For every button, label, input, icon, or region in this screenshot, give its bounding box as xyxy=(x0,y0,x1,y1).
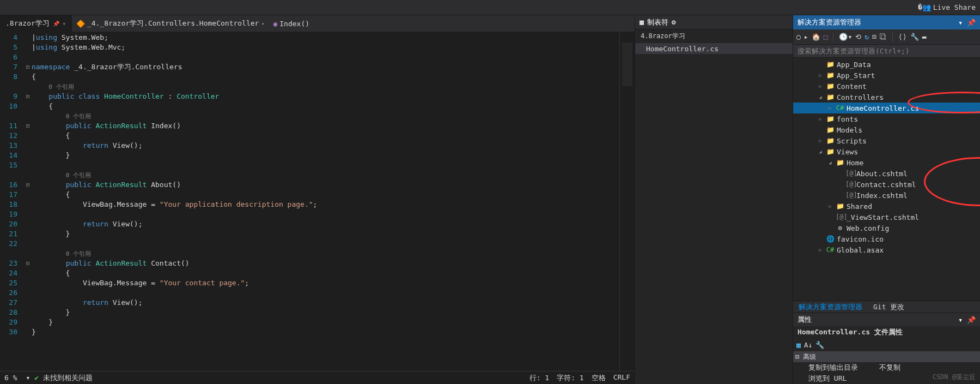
check-icon: ✔ xyxy=(34,374,39,382)
sol-tab-explorer[interactable]: 解决方案资源管理器 xyxy=(793,301,868,313)
tabs-panel: ▦ 制表符 4.8razor学习 HomeController.cs xyxy=(635,15,793,384)
status-enc[interactable]: CRLF xyxy=(613,373,630,383)
class-icon: 🔶 xyxy=(76,20,85,28)
sync-icon[interactable]: 🕒▾ xyxy=(839,33,852,41)
status-issues[interactable]: 未找到相关问题 xyxy=(43,373,93,383)
dropdown-icon[interactable]: ▾ xyxy=(261,21,264,27)
sol-tab-git[interactable]: Git 更改 xyxy=(868,301,910,313)
props-sub-label: HomeController.cs 文件属性 xyxy=(798,327,903,337)
props-key: 浏览到 URL xyxy=(808,374,879,383)
tree-item[interactable]: [@]Contact.cshtml xyxy=(793,179,980,190)
breadcrumb-class[interactable]: 🔶 _4._8razor学习.Controllers.HomeControlle… xyxy=(72,19,269,28)
props-header: 属性 ▾ 📌 xyxy=(793,313,980,326)
minimap[interactable] xyxy=(619,32,635,371)
tree-item[interactable]: [@]About.cshtml xyxy=(793,168,980,179)
collapse-icon[interactable]: ⟲ xyxy=(855,33,861,41)
tree-item[interactable]: ▷C#Global.asax xyxy=(793,244,980,255)
tab-label: .8razor学习 xyxy=(5,19,50,28)
alpha-icon[interactable]: A↓ xyxy=(804,341,813,349)
tree-item[interactable]: [@]Index.cshtml xyxy=(793,190,980,201)
tree-item[interactable]: 📁App_Data xyxy=(793,59,980,70)
solution-panel: 解决方案资源管理器 ▾ 📌 ◯ ▸ 🏠 ⬚ 🕒▾ ⟲ ↻ ⊡ ⿻ ⟨⟩ 🔧 ▬ … xyxy=(793,15,980,384)
crumb-label: Index() xyxy=(279,20,309,28)
tree-item[interactable]: ◢📁Controllers xyxy=(793,92,980,103)
status-spc[interactable]: 空格 xyxy=(592,373,606,383)
main-area: .8razor学习 📌 ▾ 🔶 _4._8razor学习.Controllers… xyxy=(0,15,980,384)
tree-item[interactable]: ▷📁fonts xyxy=(793,113,980,124)
props-val: 不复制 xyxy=(879,363,900,373)
refresh-icon[interactable]: ↻ xyxy=(865,33,869,41)
dropdown-icon[interactable]: ▾ 📌 xyxy=(958,19,976,27)
tree-item[interactable]: 🌐favicon.ico xyxy=(793,233,980,244)
tab-file[interactable]: .8razor学习 📌 ▾ xyxy=(0,15,72,32)
category-icon[interactable]: ▦ xyxy=(796,341,801,349)
back-icon[interactable]: ◯ xyxy=(796,33,801,41)
tabs-bar: .8razor学习 📌 ▾ 🔶 _4._8razor学习.Controllers… xyxy=(0,15,635,32)
tree-item[interactable]: ▷📁Content xyxy=(793,81,980,92)
fold-column[interactable]: ⊟⊟⊟⊟⊟ xyxy=(24,32,32,371)
gear-icon[interactable] xyxy=(672,18,676,26)
tabs-icon: ▦ xyxy=(640,18,644,26)
solution-header: 解决方案资源管理器 ▾ 📌 xyxy=(793,15,980,29)
editor-body: 4567891011121314151617181920212223242526… xyxy=(0,32,635,371)
props-category[interactable]: ⊟ 高级 xyxy=(793,351,980,362)
open-file-label: HomeController.cs xyxy=(646,45,719,53)
tree-item[interactable]: ◢📁Views xyxy=(793,146,980,157)
props-row[interactable]: 浏览到 URL xyxy=(793,373,980,384)
solution-tree[interactable]: 📁App_Data▷📁App_Start▷📁Content◢📁Controlle… xyxy=(793,58,980,301)
editor-area: .8razor学习 📌 ▾ 🔶 _4._8razor学习.Controllers… xyxy=(0,15,635,384)
code-content[interactable]: |using System.Web;|using System.Web.Mvc;… xyxy=(32,32,619,371)
code-icon[interactable]: ⟨⟩ xyxy=(898,33,907,41)
solution-search[interactable]: 搜索解决方案资源管理器(Ctrl+;) xyxy=(793,45,980,58)
tabs-crumb[interactable]: 4.8razor学习 xyxy=(635,29,793,43)
tree-item[interactable]: ◢📁Home xyxy=(793,157,980,168)
search-placeholder: 搜索解决方案资源管理器(Ctrl+;) xyxy=(798,46,910,56)
tabs-panel-header: ▦ 制表符 xyxy=(635,15,793,29)
wrench-icon[interactable]: 🔧 xyxy=(815,341,824,349)
copy-icon[interactable]: ⿻ xyxy=(880,33,887,41)
status-line[interactable]: 行: 1 xyxy=(529,373,549,383)
open-file-item[interactable]: HomeController.cs xyxy=(635,43,793,54)
dropdown-icon[interactable]: ▾ xyxy=(63,21,66,27)
tree-item[interactable]: [@]_ViewStart.cshtml xyxy=(793,212,980,223)
editor-status-bar: 6 % ▾ ✔ 未找到相关问题 行: 1 字符: 1 空格 CRLF xyxy=(0,371,635,384)
props-toolbar: ▦ A↓ 🔧 xyxy=(793,338,980,351)
minus-icon[interactable]: ▬ xyxy=(922,33,927,41)
main-toolbar: �👥 Live Share xyxy=(0,0,980,15)
fwd-icon[interactable]: ▸ xyxy=(804,33,808,41)
switch-icon[interactable]: ⬚ xyxy=(824,33,828,41)
status-col[interactable]: 字符: 1 xyxy=(557,373,583,383)
tree-item[interactable]: 📁Models xyxy=(793,124,980,135)
tree-item[interactable]: ▷📁Scripts xyxy=(793,135,980,146)
solution-bottom-tabs: 解决方案资源管理器 Git 更改 xyxy=(793,301,980,313)
tree-item[interactable]: ▷📁App_Start xyxy=(793,70,980,81)
home-icon[interactable]: 🏠 xyxy=(812,33,820,41)
solution-toolbar: ◯ ▸ 🏠 ⬚ 🕒▾ ⟲ ↻ ⊡ ⿻ ⟨⟩ 🔧 ▬ xyxy=(793,29,980,45)
breadcrumb-method[interactable]: ◉ Index() xyxy=(269,20,314,28)
line-gutter: 4567891011121314151617181920212223242526… xyxy=(0,32,24,371)
status-pct: 6 % xyxy=(4,374,17,382)
method-icon: ◉ xyxy=(273,20,277,28)
props-key: 复制到输出目录 xyxy=(808,363,879,373)
tree-item[interactable]: ⚙Web.config xyxy=(793,223,980,233)
properties-panel: 属性 ▾ 📌 HomeController.cs 文件属性 ▦ A↓ 🔧 ⊟ 高… xyxy=(793,313,980,384)
crumb-label: _4._8razor学习.Controllers.HomeController xyxy=(87,19,259,28)
live-share-label[interactable]: Live Share xyxy=(933,3,976,11)
solution-title: 解决方案资源管理器 xyxy=(798,17,861,27)
showall-icon[interactable]: ⊡ xyxy=(872,33,876,41)
tabs-panel-title: 制表符 xyxy=(647,17,668,27)
wrench-icon[interactable]: 🔧 xyxy=(910,33,919,41)
props-sub: HomeController.cs 文件属性 xyxy=(793,326,980,338)
live-share-icon[interactable]: �👥 xyxy=(918,3,931,11)
props-title: 属性 xyxy=(798,315,812,325)
pin-icon[interactable]: 📌 xyxy=(53,21,59,27)
props-row[interactable]: 复制到输出目录 不复制 xyxy=(793,362,980,373)
tree-item[interactable]: ▷📁Shared xyxy=(793,201,980,212)
pin-icon[interactable]: ▾ 📌 xyxy=(958,316,976,324)
tree-item[interactable]: ▷C#HomeController.cs xyxy=(793,103,980,113)
